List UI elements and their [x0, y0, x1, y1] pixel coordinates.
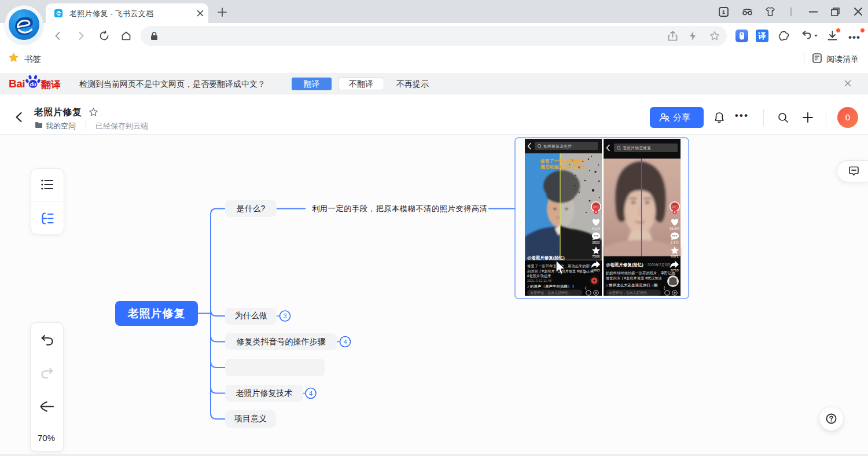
svg-text:#老照片动起来: #老照片动起来 [527, 274, 551, 278]
svg-text:3: 3 [283, 312, 286, 319]
svg-text:5822: 5822 [592, 241, 600, 244]
svg-text:4.1万: 4.1万 [592, 227, 600, 230]
svg-text:修复回来了#老照片修复 #武汉加油: 修复回来了#老照片修复 #武汉加油 [606, 276, 662, 281]
svg-text:最后动起来的样子绝了: 最后动起来的样子绝了 [540, 164, 587, 170]
svg-text:♪ 世界这么大还是遇见你们（翻: ♪ 世界这么大还是遇见你们（翻 [606, 283, 658, 288]
svg-text:6371: 6371 [671, 255, 679, 258]
svg-text:1: 1 [722, 9, 726, 15]
svg-text:有爱评论，说点儿好听的~: 有爱评论，说点儿好听的~ [608, 290, 649, 295]
svg-text:如何修复老照片: 如何修复老照片 [543, 144, 572, 149]
svg-text:2.3万: 2.3万 [671, 241, 679, 244]
svg-text:4: 4 [309, 390, 312, 397]
svg-text:有爱评论，说点儿好听的~: 有爱评论，说点儿好听的~ [529, 290, 571, 295]
svg-text:2021-3-12 11:46: 2021-3-12 11:46 [527, 279, 551, 282]
svg-text:56.8万: 56.8万 [670, 227, 680, 230]
svg-text:7506: 7506 [592, 255, 600, 258]
svg-text:du: du [30, 82, 36, 87]
svg-text:@老照片修复(拾忆): @老照片修复(拾忆) [606, 262, 643, 267]
svg-text:♪ 的原声（原声中的插曲） Ⅰ: ♪ 的原声（原声中的插曲） Ⅰ [527, 284, 573, 289]
svg-text:修复了一张80年老照片: 修复了一张80年老照片 [540, 159, 588, 164]
svg-text:· 2020年2月5日: · 2020年2月5日 [645, 263, 671, 267]
svg-text:8718: 8718 [671, 269, 679, 272]
svg-text:4: 4 [343, 339, 347, 345]
svg-text:老照片动态修复: 老照片动态修复 [623, 146, 651, 150]
svg-text:1865: 1865 [592, 269, 600, 272]
